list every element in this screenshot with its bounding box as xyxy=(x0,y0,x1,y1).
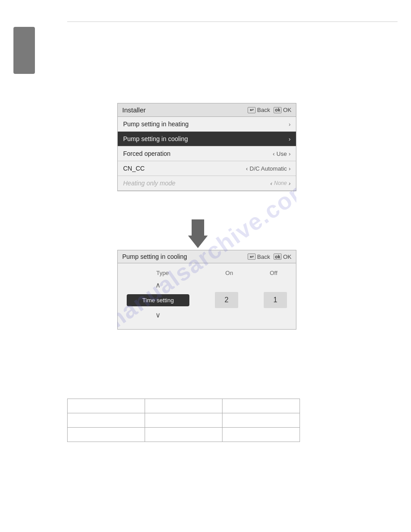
chevron-left-icon3: ‹ xyxy=(270,180,272,187)
menu-title: Installer xyxy=(122,106,146,114)
column-headers: Type On Off xyxy=(127,270,287,280)
detail-header: Pump setting in cooling ↩ Back ok OK xyxy=(118,250,296,263)
arrow-shaft xyxy=(192,219,204,236)
menu-row-cn-cc[interactable]: CN_CC ‹ D/C Automatic › xyxy=(118,161,296,176)
type-value-area: Time setting xyxy=(127,294,189,306)
detail-back-label: Back xyxy=(257,253,270,260)
chevron-right-icon3: › xyxy=(289,165,291,172)
chevron-down-icon[interactable]: ∨ xyxy=(155,310,161,320)
table-cell xyxy=(145,399,223,413)
back-icon: ↩ xyxy=(248,107,256,113)
col-type-header: Type xyxy=(127,270,198,276)
menu-row-pump-heating[interactable]: Pump setting in heating › xyxy=(118,117,296,132)
cn-cc-value-area: ‹ D/C Automatic › xyxy=(246,165,291,172)
value-row: Time setting 2 1 xyxy=(127,292,287,308)
top-divider xyxy=(67,21,398,22)
forced-operation-value: Use xyxy=(277,150,287,157)
cn-cc-label: CN_CC xyxy=(123,165,145,172)
forced-operation-value-area: ‹ Use › xyxy=(273,150,291,157)
table-cell xyxy=(145,413,223,428)
arrow-down-indicator xyxy=(188,219,208,248)
detail-ok-action[interactable]: ok OK xyxy=(274,253,291,260)
detail-actions: ↩ Back ok OK xyxy=(248,253,291,260)
info-table xyxy=(67,399,300,442)
off-value-box[interactable]: 1 xyxy=(264,292,287,308)
bottom-table xyxy=(67,399,300,442)
chevron-up-row: ∧ xyxy=(127,280,287,290)
table-cell xyxy=(68,413,145,428)
detail-title: Pump setting in cooling xyxy=(122,253,187,260)
forced-operation-label: Forced operation xyxy=(123,150,171,157)
type-chevron-down-area: ∨ xyxy=(127,310,189,320)
table-cell xyxy=(68,428,145,442)
pump-cooling-detail-panel: Pump setting in cooling ↩ Back ok OK Typ… xyxy=(117,250,296,330)
ok-action[interactable]: ok OK xyxy=(274,107,291,113)
on-value-box[interactable]: 2 xyxy=(215,292,238,308)
detail-back-icon: ↩ xyxy=(248,253,256,260)
ok-label: OK xyxy=(283,107,291,113)
col-off-header: Off xyxy=(260,270,287,276)
back-action[interactable]: ↩ Back xyxy=(248,107,270,113)
off-value-area: 1 xyxy=(264,292,287,308)
menu-header: Installer ↩ Back ok OK xyxy=(118,103,296,117)
table-cell xyxy=(68,399,145,413)
detail-ok-label: OK xyxy=(283,253,291,260)
chevron-down-row: ∨ xyxy=(127,310,287,320)
back-label: Back xyxy=(257,107,270,113)
chevron-right-icon: › xyxy=(289,121,291,128)
menu-row-pump-cooling[interactable]: Pump setting in cooling › xyxy=(118,132,296,146)
table-row-2 xyxy=(68,428,300,442)
on-value-area: 2 xyxy=(215,292,238,308)
table-cell xyxy=(145,428,223,442)
pump-cooling-label: Pump setting in cooling xyxy=(123,135,188,142)
installer-menu-panel: Installer ↩ Back ok OK Pump setting in h… xyxy=(117,103,296,191)
table-cell xyxy=(223,399,300,413)
type-chevron-up-area: ∧ xyxy=(127,280,189,290)
detail-back-action[interactable]: ↩ Back xyxy=(248,253,270,260)
heating-only-label: Heating only mode xyxy=(123,180,176,187)
table-row-header xyxy=(68,399,300,413)
col-on-header: On xyxy=(216,270,243,276)
chevron-up-icon[interactable]: ∧ xyxy=(155,280,161,290)
pump-heating-label: Pump setting in heating xyxy=(123,120,188,128)
cn-cc-value: D/C Automatic xyxy=(250,165,287,172)
ok-icon: ok xyxy=(274,107,282,113)
menu-actions: ↩ Back ok OK xyxy=(248,107,291,113)
menu-row-heating-only[interactable]: Heating only mode ‹ None › xyxy=(118,176,296,191)
type-badge[interactable]: Time setting xyxy=(127,294,189,306)
chevron-right-active-icon: › xyxy=(289,136,291,142)
chevron-right-icon4: › xyxy=(289,180,291,187)
arrow-head xyxy=(188,236,208,248)
chevron-right-icon2: › xyxy=(289,150,291,157)
table-cell xyxy=(223,413,300,428)
table-row-1 xyxy=(68,413,300,428)
chevron-left-icon2: ‹ xyxy=(246,165,248,172)
heating-only-value-area: ‹ None › xyxy=(270,180,291,187)
table-cell xyxy=(223,428,300,442)
heating-only-value: None xyxy=(274,180,287,186)
chevron-left-icon: ‹ xyxy=(273,150,274,157)
detail-body: Type On Off ∧ Time setting 2 1 xyxy=(118,263,296,329)
sidebar-marker xyxy=(13,27,35,74)
menu-row-forced-operation[interactable]: Forced operation ‹ Use › xyxy=(118,146,296,161)
detail-ok-icon: ok xyxy=(274,253,282,260)
